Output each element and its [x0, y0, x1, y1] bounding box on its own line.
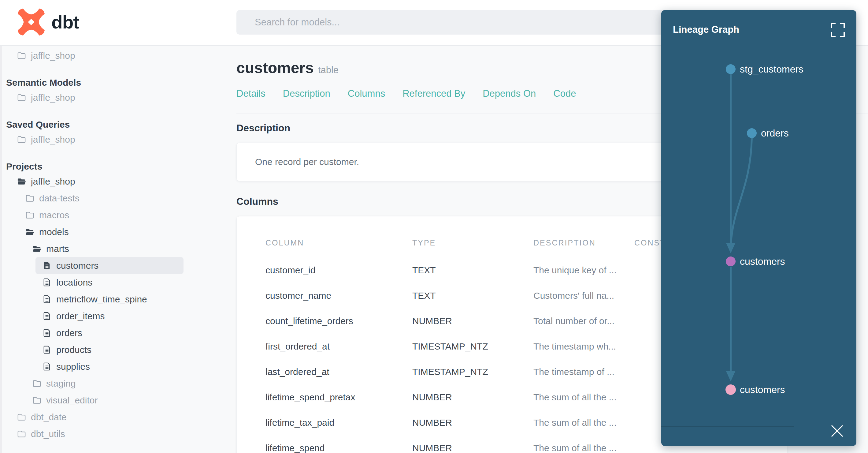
- sidebar-item-label: data-tests: [39, 193, 80, 203]
- cell-column-name: customer_name: [266, 290, 331, 301]
- sidebar-item-dbt_utils[interactable]: dbt_utils: [0, 425, 232, 442]
- sidebar-item-label: order_items: [56, 311, 104, 321]
- folder-open-icon: [25, 227, 35, 236]
- folder-open-icon: [17, 177, 26, 186]
- sidebar-item-label: staging: [46, 378, 76, 389]
- folder-icon: [17, 51, 26, 60]
- sidebar-item-models[interactable]: models: [0, 223, 232, 240]
- sidebar-scrollbar[interactable]: [0, 46, 2, 453]
- model-name: customers: [237, 59, 314, 77]
- tab-columns[interactable]: Columns: [348, 88, 385, 99]
- dbt-logo-text: dbt: [51, 11, 79, 33]
- sidebar-item-label: jaffle_shop: [31, 134, 75, 145]
- sidebar-item-label: locations: [56, 277, 92, 288]
- cell-column-name: last_ordered_at: [266, 367, 329, 377]
- sidebar-item-customers[interactable]: customers: [35, 257, 184, 274]
- file-icon: [42, 294, 52, 304]
- lineage-edge-arrowhead: [726, 243, 735, 253]
- sidebar-item-label: supplies: [56, 362, 90, 372]
- sidebar-item-jaffle_shop[interactable]: jaffle_shop: [0, 173, 232, 190]
- sidebar-item-macros[interactable]: macros: [0, 207, 232, 223]
- cell-column-name: first_ordered_at: [266, 341, 330, 352]
- sidebar-item-label: macros: [39, 210, 69, 220]
- lineage-graph-canvas[interactable]: stg_customersorderscustomerscustomers: [661, 10, 857, 446]
- column-header-type: TYPE: [412, 238, 436, 247]
- sidebar-item-marts[interactable]: marts: [0, 240, 232, 257]
- folder-open-icon: [32, 244, 41, 253]
- lineage-graph-title: Lineage Graph: [673, 24, 739, 35]
- folder-icon: [17, 429, 26, 438]
- sidebar-item-locations[interactable]: locations: [0, 274, 232, 291]
- sidebar-item-visual_editor[interactable]: visual_editor: [0, 392, 232, 408]
- cell-description: The sum of all the ...: [533, 443, 617, 453]
- expand-icon[interactable]: [830, 22, 845, 38]
- lineage-node-label: orders: [761, 128, 789, 139]
- lineage-node-orders[interactable]: [747, 128, 757, 138]
- folder-icon: [32, 378, 41, 388]
- file-icon: [42, 311, 52, 321]
- folder-icon: [25, 210, 35, 220]
- lineage-node-label: customers: [740, 256, 785, 267]
- tab-referenced-by[interactable]: Referenced By: [403, 88, 465, 99]
- sidebar-section-heading: Projects: [0, 158, 236, 175]
- page-title: customerstable: [237, 59, 339, 77]
- lineage-edge: [731, 138, 752, 243]
- sidebar-item-staging[interactable]: staging: [0, 375, 232, 392]
- column-header-column: COLUMN: [266, 238, 304, 247]
- lineage-node-label: stg_customers: [740, 64, 803, 75]
- cell-description: The sum of all the ...: [533, 392, 617, 402]
- sidebar-item-label: orders: [56, 328, 82, 338]
- cell-type: NUMBER: [412, 443, 452, 453]
- file-icon: [42, 261, 52, 270]
- lineage-edge-arrowhead: [726, 371, 735, 381]
- tab-details[interactable]: Details: [237, 88, 266, 99]
- sidebar-item-jaffle_shop[interactable]: jaffle_shop: [0, 89, 232, 106]
- cell-column-name: count_lifetime_orders: [266, 316, 353, 326]
- sidebar-item-jaffle_shop[interactable]: jaffle_shop: [0, 47, 232, 64]
- cell-column-name: lifetime_tax_paid: [266, 418, 334, 428]
- lineage-footer-divider: [661, 426, 794, 427]
- lineage-node-customers_semantic[interactable]: [725, 385, 736, 395]
- cell-type: NUMBER: [412, 392, 452, 402]
- cell-type: TEXT: [412, 290, 436, 301]
- cell-type: NUMBER: [412, 316, 452, 326]
- sidebar-item-label: marts: [46, 244, 69, 254]
- cell-type: NUMBER: [412, 418, 452, 428]
- cell-column-name: lifetime_spend: [266, 443, 324, 453]
- dbt-logo[interactable]: dbt: [18, 8, 79, 35]
- sidebar-item-jaffle_shop[interactable]: jaffle_shop: [0, 131, 232, 148]
- sidebar-item-dbt_date[interactable]: dbt_date: [0, 408, 232, 425]
- dbt-logo-icon: [18, 8, 45, 35]
- cell-description: The unique key of ...: [533, 265, 617, 276]
- file-tree-sidebar: jaffle_shopSemantic Modelsjaffle_shopSav…: [0, 46, 236, 453]
- sidebar-item-label: models: [39, 227, 69, 237]
- sidebar-item-supplies[interactable]: supplies: [0, 358, 232, 375]
- sidebar-item-label: jaffle_shop: [31, 51, 75, 61]
- folder-icon: [32, 395, 41, 405]
- cell-description: Customers' full na...: [533, 290, 614, 301]
- lineage-node-stg_customers[interactable]: [726, 64, 736, 74]
- lineage-node-customers_model[interactable]: [726, 256, 736, 266]
- file-icon: [42, 362, 52, 371]
- sidebar-item-label: products: [56, 345, 91, 355]
- sidebar-item-order_items[interactable]: order_items: [0, 308, 232, 324]
- cell-column-name: customer_id: [266, 265, 315, 276]
- sidebar-item-orders[interactable]: orders: [0, 324, 232, 341]
- sidebar-item-label: metricflow_time_spine: [56, 294, 147, 305]
- tab-depends-on[interactable]: Depends On: [483, 88, 536, 99]
- description-text: One record per customer.: [255, 157, 359, 167]
- description-heading: Description: [237, 122, 290, 134]
- tab-description[interactable]: Description: [283, 88, 330, 99]
- folder-icon: [17, 412, 26, 422]
- column-header-description: DESCRIPTION: [533, 238, 596, 247]
- sidebar-item-metricflow_time_spine[interactable]: metricflow_time_spine: [0, 291, 232, 308]
- file-icon: [42, 328, 52, 338]
- file-icon: [42, 345, 52, 355]
- sidebar-item-products[interactable]: products: [0, 341, 232, 358]
- tab-code[interactable]: Code: [553, 88, 576, 99]
- folder-icon: [17, 93, 26, 102]
- cell-description: The sum of all the ...: [533, 418, 617, 428]
- sidebar-item-data-tests[interactable]: data-tests: [0, 190, 232, 207]
- close-icon[interactable]: [830, 423, 845, 438]
- cell-description: The timestamp wh...: [533, 341, 616, 352]
